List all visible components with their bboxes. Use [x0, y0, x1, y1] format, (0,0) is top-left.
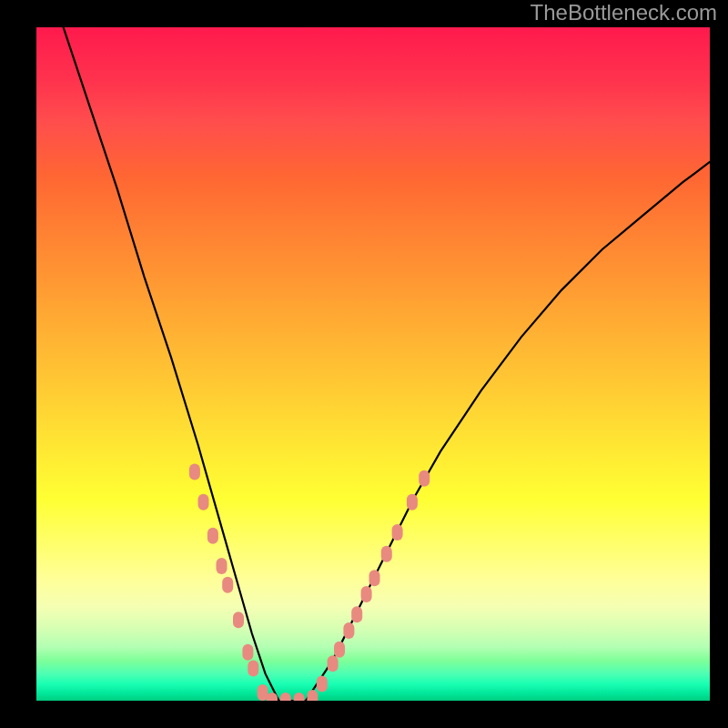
curve-marker — [280, 693, 291, 701]
curve-marker — [207, 528, 218, 544]
chart-svg — [36, 27, 710, 701]
curve-marker — [369, 570, 380, 586]
curve-marker — [242, 644, 253, 661]
curve-marker — [334, 642, 345, 658]
curve-marker — [361, 586, 372, 602]
curve-marker — [217, 558, 228, 574]
curve-marker — [189, 463, 200, 480]
curve-marker — [307, 690, 318, 701]
curve-marker — [381, 546, 392, 562]
curve-marker — [407, 494, 418, 511]
curve-marker — [222, 577, 233, 593]
curve-marker — [198, 494, 209, 511]
curve-marker — [419, 470, 430, 487]
curve-marker — [392, 524, 403, 541]
curve-marker — [351, 606, 362, 622]
curve-marker — [258, 684, 268, 701]
chart-container: TheBottleneck.com — [0, 0, 728, 728]
marker-group — [189, 463, 430, 701]
curve-marker — [343, 622, 354, 639]
curve-marker — [328, 655, 339, 672]
curve-marker — [317, 676, 328, 693]
curve-marker — [294, 693, 305, 701]
watermark-text: TheBottleneck.com — [531, 0, 717, 25]
curve-marker — [248, 661, 258, 677]
plot-area — [36, 27, 710, 701]
curve-marker — [233, 612, 244, 628]
bottleneck-curve — [64, 27, 710, 701]
